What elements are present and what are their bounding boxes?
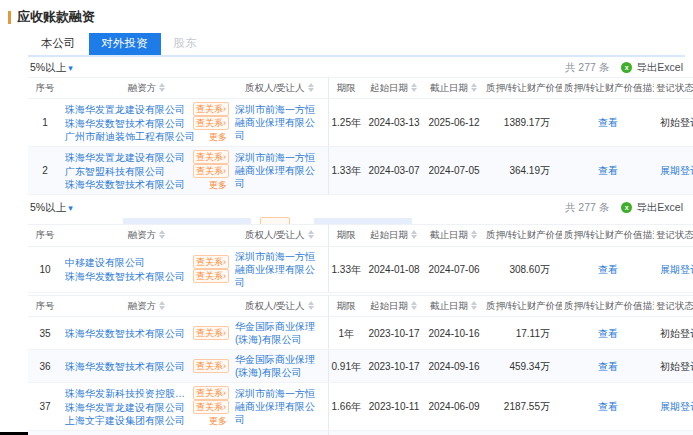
value-desc-cell: 查看 bbox=[562, 246, 654, 292]
sort-icon[interactable] bbox=[159, 230, 166, 239]
financier-link[interactable]: 珠海华发数智技术有限公司 bbox=[65, 270, 185, 283]
section-toolbar: 5%以上▾共 277 条x导出Excel bbox=[28, 57, 685, 77]
view-link[interactable]: 查看 bbox=[598, 401, 618, 412]
status-cell: 展期登记 bbox=[654, 147, 693, 195]
check-relation-tag[interactable]: 查关系› bbox=[193, 116, 229, 130]
registration-status: 初始登记 bbox=[660, 117, 693, 128]
status-cell: 展期登记 bbox=[654, 383, 693, 431]
sort-icon[interactable] bbox=[308, 230, 315, 239]
view-link[interactable]: 查看 bbox=[598, 165, 618, 176]
filter-label: 5%以上 bbox=[30, 201, 66, 213]
financier-link[interactable]: 珠海华发置龙建设有限公司 bbox=[65, 151, 185, 164]
sort-icon[interactable] bbox=[159, 83, 166, 92]
sort-icon[interactable] bbox=[308, 83, 315, 92]
row-seq: 2 bbox=[28, 147, 62, 195]
start-date-cell: 2023-10-17 bbox=[364, 350, 424, 383]
pledgee-link[interactable]: 深圳市前海一方恒融商业保理有限公司 bbox=[235, 388, 315, 425]
financier-link[interactable]: 珠海华发数智技术有限公司 bbox=[65, 117, 185, 130]
registration-status[interactable]: 展期登记 bbox=[660, 264, 693, 275]
status-cell: 初始登记 bbox=[654, 350, 693, 383]
registration-status[interactable]: 展期登记 bbox=[660, 401, 693, 412]
more-link[interactable]: 更多 bbox=[207, 179, 229, 191]
term-cell: 1年 bbox=[328, 317, 364, 350]
sections-container: 5%以上▾共 277 条x导出Excel序号融资方质权人/受让人期限起始日期截止… bbox=[28, 57, 685, 435]
check-relation-tag[interactable]: 查关系› bbox=[193, 359, 229, 373]
financier-link[interactable]: 珠海华发数智技术有限公司 bbox=[65, 360, 185, 373]
column-header-label: 序号 bbox=[36, 300, 55, 311]
sort-icon[interactable] bbox=[308, 301, 315, 310]
pledgee-link[interactable]: 华金国际商业保理(珠海)有限公司 bbox=[235, 354, 315, 378]
financier-link[interactable]: 中移建设有限公司 bbox=[65, 256, 145, 269]
check-relation-tag[interactable]: 查关系› bbox=[193, 150, 229, 164]
financier-link[interactable]: 珠海华发新科技投资控股有限公司 bbox=[65, 387, 190, 400]
view-link[interactable]: 查看 bbox=[598, 264, 618, 275]
sort-icon[interactable] bbox=[411, 83, 418, 92]
value-desc-cell: 查看 bbox=[562, 350, 654, 383]
filter-label: 5%以上 bbox=[30, 61, 66, 73]
column-header: 截止日期 bbox=[424, 78, 484, 99]
export-excel-button[interactable]: x导出Excel bbox=[621, 61, 683, 75]
column-header: 质押/转让财产价值描述 bbox=[562, 295, 654, 316]
check-relation-tag[interactable]: 查关系› bbox=[193, 326, 229, 340]
sort-icon[interactable] bbox=[471, 230, 478, 239]
table-row: 36珠海华发数智技术有限公司查关系›华金国际商业保理(珠海)有限公司0.91年2… bbox=[28, 350, 693, 383]
financing-table: 序号融资方质权人/受让人期限起始日期截止日期质押/转让财产价值质押/转让财产价值… bbox=[28, 224, 693, 292]
sort-icon[interactable] bbox=[159, 301, 166, 310]
sort-icon[interactable] bbox=[411, 301, 418, 310]
excel-icon: x bbox=[621, 202, 632, 213]
check-relation-tag[interactable]: 查关系› bbox=[193, 269, 229, 283]
page-title: 应收账款融资 bbox=[17, 8, 95, 26]
view-link[interactable]: 查看 bbox=[598, 361, 618, 372]
financier-link[interactable]: 上海文宇建设集团有限公司 bbox=[65, 414, 185, 427]
check-relation-tag[interactable]: 查关系› bbox=[193, 255, 229, 269]
financier-link[interactable]: 珠海华发置龙建设有限公司 bbox=[65, 401, 185, 414]
value-cell: 2187.55万 bbox=[484, 383, 562, 431]
table-row: 38珠海华发数智技术有限公司查关系›珠海华发供应链金融服务有限公司1年2023-… bbox=[28, 431, 693, 435]
end-date-cell: 2024-06-09 bbox=[424, 383, 484, 431]
financier-line: 上海文宇建设集团有限公司更多 bbox=[65, 414, 229, 427]
registration-status: 初始登记 bbox=[660, 361, 693, 372]
more-link[interactable]: 更多 bbox=[207, 415, 229, 427]
percent-filter-dropdown[interactable]: 5%以上▾ bbox=[30, 201, 73, 215]
sort-icon[interactable] bbox=[411, 230, 418, 239]
financier-line: 珠海华发数智技术有限公司查关系› bbox=[65, 326, 229, 340]
more-link[interactable]: 更多 bbox=[207, 131, 229, 143]
column-header-label: 融资方 bbox=[128, 229, 157, 240]
column-header: 质权人/受让人 bbox=[232, 78, 328, 99]
tab-outbound-investment[interactable]: 对外投资 bbox=[89, 33, 161, 55]
check-relation-tag[interactable]: 查关系› bbox=[193, 164, 229, 178]
column-header-label: 起始日期 bbox=[370, 82, 408, 93]
clipped-text-fragment bbox=[314, 218, 412, 224]
check-relation-tag[interactable]: 查关系› bbox=[193, 102, 229, 116]
column-header-label: 序号 bbox=[36, 229, 55, 240]
sort-icon[interactable] bbox=[471, 301, 478, 310]
check-relation-tag[interactable]: 查关系› bbox=[193, 386, 229, 400]
pledgee-link[interactable]: 华金国际商业保理(珠海)有限公司 bbox=[235, 321, 315, 345]
export-excel-button[interactable]: x导出Excel bbox=[621, 201, 683, 215]
pledgee-link[interactable]: 深圳市前海一方恒融商业保理有限公司 bbox=[235, 104, 315, 141]
pledgee-link[interactable]: 深圳市前海一方恒融商业保理有限公司 bbox=[235, 251, 315, 288]
sort-icon[interactable] bbox=[471, 83, 478, 92]
tab-company[interactable]: 本公司 bbox=[28, 33, 89, 55]
financier-link[interactable]: 广州市耐迪装饰工程有限公司 bbox=[65, 130, 195, 143]
status-cell: 展期登记 bbox=[654, 246, 693, 292]
term-cell: 1年 bbox=[328, 431, 364, 435]
view-link[interactable]: 查看 bbox=[598, 328, 618, 339]
view-link[interactable]: 查看 bbox=[598, 117, 618, 128]
pledgee-link[interactable]: 深圳市前海一方恒融商业保理有限公司 bbox=[235, 152, 315, 189]
registration-status[interactable]: 展期登记 bbox=[660, 165, 693, 176]
column-header: 截止日期 bbox=[424, 225, 484, 246]
check-relation-tag[interactable]: 查关系› bbox=[193, 400, 229, 414]
financier-link[interactable]: 珠海华发置龙建设有限公司 bbox=[65, 103, 185, 116]
column-header-label: 融资方 bbox=[128, 300, 157, 311]
column-header: 登记状态 bbox=[654, 225, 693, 246]
value-cell: 459.34万 bbox=[484, 350, 562, 383]
financier-link[interactable]: 珠海华发数智技术有限公司 bbox=[65, 178, 185, 191]
registration-status: 初始登记 bbox=[660, 328, 693, 339]
page-title-row: 应收账款融资 bbox=[8, 8, 689, 26]
start-date-cell: 2023-10-11 bbox=[364, 383, 424, 431]
percent-filter-dropdown[interactable]: 5%以上▾ bbox=[30, 61, 73, 75]
total-count: 共 277 条 bbox=[565, 61, 609, 75]
financier-link[interactable]: 广东智盟科技有限公司 bbox=[65, 165, 165, 178]
financier-link[interactable]: 珠海华发数智技术有限公司 bbox=[65, 327, 185, 340]
